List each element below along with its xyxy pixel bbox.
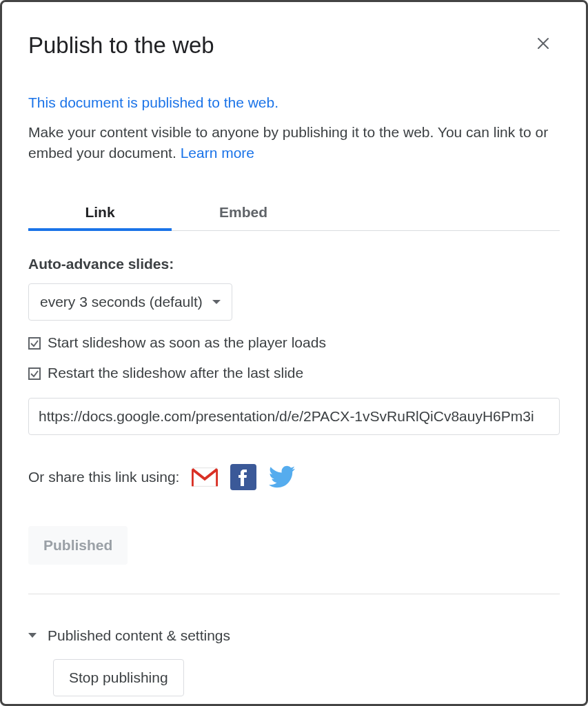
stop-publishing-button[interactable]: Stop publishing <box>53 659 184 696</box>
check-icon <box>30 335 39 352</box>
checkbox-row-start-on-load: Start slideshow as soon as the player lo… <box>28 334 560 351</box>
close-icon <box>535 35 551 54</box>
tab-link[interactable]: Link <box>28 197 172 230</box>
gmail-icon[interactable] <box>192 464 218 490</box>
facebook-icon[interactable] <box>230 464 256 490</box>
checkbox-restart-after-last[interactable] <box>28 367 41 380</box>
chevron-down-icon <box>28 633 37 638</box>
learn-more-link[interactable]: Learn more <box>181 145 254 161</box>
description-text: Make your content visible to anyone by p… <box>28 124 548 161</box>
expander-label: Published content & settings <box>48 627 230 644</box>
publish-dialog: Publish to the web This document is publ… <box>0 0 588 706</box>
chevron-down-icon <box>212 300 221 304</box>
share-icons <box>192 464 295 490</box>
dialog-title: Publish to the web <box>28 32 560 59</box>
checkbox-start-on-load[interactable] <box>28 337 41 350</box>
auto-advance-select[interactable]: every 3 seconds (default) <box>28 283 232 321</box>
publish-status-link[interactable]: This document is published to the web. <box>28 94 560 111</box>
twitter-icon[interactable] <box>269 464 295 490</box>
dialog-description: Make your content visible to anyone by p… <box>28 122 560 164</box>
published-button[interactable]: Published <box>28 526 128 565</box>
share-row: Or share this link using: <box>28 464 560 490</box>
auto-advance-label: Auto-advance slides: <box>28 256 560 272</box>
close-button[interactable] <box>534 35 553 54</box>
checkbox-row-restart: Restart the slideshow after the last sli… <box>28 365 560 381</box>
published-settings-expander[interactable]: Published content & settings <box>28 627 560 644</box>
checkbox-label: Restart the slideshow after the last sli… <box>48 365 303 381</box>
publish-url-input[interactable] <box>28 398 560 435</box>
check-icon <box>30 365 39 382</box>
checkbox-label: Start slideshow as soon as the player lo… <box>48 334 326 351</box>
divider <box>28 594 560 594</box>
tabs: Link Embed <box>28 197 560 231</box>
tab-embed[interactable]: Embed <box>172 197 315 230</box>
share-label: Or share this link using: <box>28 469 179 485</box>
auto-advance-value: every 3 seconds (default) <box>40 294 203 310</box>
